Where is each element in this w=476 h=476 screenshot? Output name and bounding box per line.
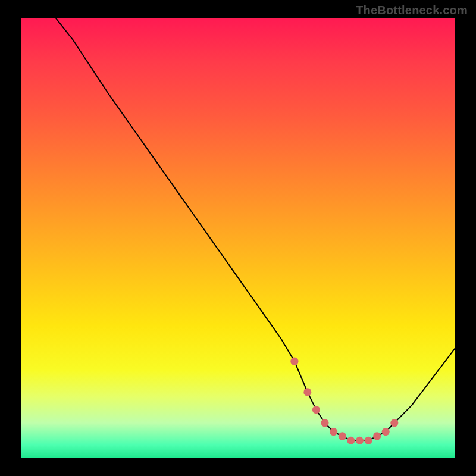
- highlight-marker: [339, 432, 346, 440]
- chart-svg: [21, 18, 455, 458]
- highlight-marker: [356, 437, 364, 444]
- highlight-marker: [330, 428, 337, 436]
- watermark-text: TheBottleneck.com: [356, 4, 468, 17]
- highlight-marker: [382, 428, 390, 436]
- highlight-marker-group: [290, 358, 398, 445]
- plot-area: [21, 18, 455, 458]
- chart-frame: TheBottleneck.com: [0, 0, 476, 476]
- highlight-marker: [373, 432, 381, 440]
- highlight-marker: [347, 437, 355, 444]
- highlight-marker: [290, 358, 298, 365]
- highlight-marker: [312, 406, 320, 414]
- bottleneck-curve-line: [55, 18, 455, 440]
- highlight-marker: [303, 388, 311, 396]
- highlight-marker: [390, 419, 398, 427]
- highlight-marker: [364, 437, 372, 444]
- highlight-marker: [321, 419, 328, 427]
